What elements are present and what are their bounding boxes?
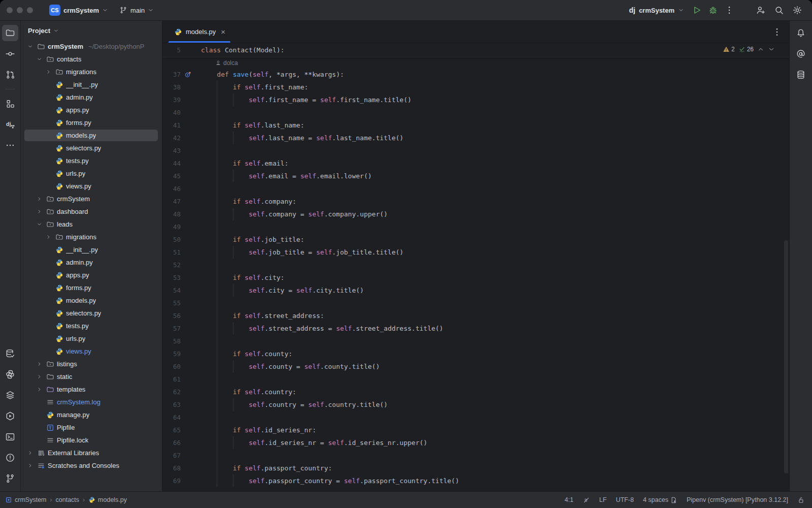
inspections-widget[interactable]: 2 26 (723, 46, 775, 53)
tree-item-init-py[interactable]: __init__.py (21, 243, 162, 256)
maximize-window-button[interactable] (27, 7, 33, 13)
unlocked-padlock-icon[interactable] (797, 496, 805, 504)
tree-item-contacts[interactable]: contacts (21, 53, 162, 66)
ai-assistant-icon[interactable] (793, 46, 809, 62)
editor-options-kebab-icon[interactable] (772, 27, 782, 37)
code-author-inlay[interactable]: dolca (162, 57, 789, 68)
close-window-button[interactable] (7, 7, 13, 13)
indent-widget[interactable]: 4 spaces (643, 496, 678, 504)
sticky-line[interactable]: 5 class Contact(Model): (162, 43, 789, 57)
tree-item-static[interactable]: static (21, 370, 162, 383)
chevron-expanded-icon[interactable] (35, 221, 43, 227)
tree-item-crmsystem-log[interactable]: crmSystem.log (21, 396, 162, 408)
tree-item-apps-py[interactable]: apps.py (21, 269, 162, 281)
line-number: 69 (162, 477, 181, 485)
tree-item-tests-py[interactable]: tests.py (21, 154, 162, 167)
tree-item-models-py[interactable]: models.py (21, 294, 162, 307)
commit-icon[interactable] (2, 46, 18, 62)
tree-item-urls-py[interactable]: urls.py (21, 167, 162, 180)
tab-models-py[interactable]: models.py × (167, 21, 232, 43)
tree-item-manage-py[interactable]: manage.py (21, 408, 162, 421)
breadcrumb-models-py[interactable]: models.py (88, 496, 127, 503)
tree-item-listings[interactable]: listings (21, 358, 162, 370)
editor-scrollbar[interactable] (784, 240, 788, 473)
code-editor[interactable]: 2 26 5 class Contact(Model): dolca 37 de… (162, 43, 789, 491)
tree-item-crmsystem[interactable]: crmSystem~/Desktop/pythonP (21, 40, 162, 53)
tree-item-tests-py[interactable]: tests.py (21, 320, 162, 332)
encoding-widget[interactable]: UTF-8 (616, 496, 633, 503)
layers-icon[interactable] (2, 387, 18, 403)
py-icon (55, 182, 63, 190)
tree-item-crmsystem[interactable]: crmSystem (21, 193, 162, 205)
chevron-collapsed-icon[interactable] (35, 209, 43, 214)
tree-item-forms-py[interactable]: forms.py (21, 281, 162, 294)
tree-item-urls-py[interactable]: urls.py (21, 332, 162, 345)
project-widget[interactable]: CS crmSystem (45, 3, 112, 18)
highlighting-level-icon[interactable] (583, 496, 590, 504)
tree-item-scratches-and-consoles[interactable]: Scratches and Consoles (21, 459, 162, 472)
structure-icon[interactable] (2, 96, 18, 112)
tree-item-init-py[interactable]: __init__.py (21, 78, 162, 91)
chevron-collapsed-icon[interactable] (26, 450, 34, 456)
package-icon (55, 233, 63, 241)
overrides-method-gutter-icon[interactable] (181, 71, 195, 78)
chevron-collapsed-icon[interactable] (35, 374, 43, 379)
tree-item-apps-py[interactable]: apps.py (21, 104, 162, 116)
tree-item-templates[interactable]: templates (21, 383, 162, 396)
line-ending-widget[interactable]: LF (599, 496, 607, 503)
tree-item-selectors-py[interactable]: selectors.py (21, 142, 162, 154)
git-branch-icon[interactable] (2, 470, 18, 487)
project-panel-header[interactable]: Project (21, 21, 162, 40)
tree-item-leads[interactable]: leads (21, 218, 162, 231)
tree-item-dashboard[interactable]: dashboard (21, 205, 162, 218)
more-icon[interactable] (2, 137, 18, 153)
close-tab-icon[interactable]: × (219, 27, 227, 37)
chevron-expanded-icon[interactable] (26, 44, 34, 49)
database-icon[interactable] (793, 67, 809, 83)
tree-item-migrations[interactable]: migrations (21, 66, 162, 78)
problems-icon[interactable] (2, 450, 18, 466)
tree-item-migrations[interactable]: migrations (21, 231, 162, 243)
project-folder-icon[interactable] (2, 25, 18, 41)
gear-icon[interactable] (790, 3, 805, 18)
chevron-collapsed-icon[interactable] (35, 361, 43, 367)
editor-tab-bar: models.py × (162, 21, 789, 43)
tree-item-selectors-py[interactable]: selectors.py (21, 307, 162, 320)
run-configuration-selector[interactable]: dj crmSystem (626, 4, 687, 16)
play-icon[interactable] (689, 3, 704, 18)
breadcrumb-contacts[interactable]: contacts (56, 496, 80, 503)
django-structure-icon[interactable]: dj (2, 116, 18, 133)
minimize-window-button[interactable] (17, 7, 23, 13)
chevron-collapsed-icon[interactable] (44, 234, 52, 240)
tree-item-models-py[interactable]: models.py (21, 129, 162, 142)
previous-problem-icon[interactable] (757, 46, 764, 53)
user-plus-icon[interactable] (753, 3, 768, 18)
chevron-expanded-icon[interactable] (35, 56, 43, 62)
kebab-icon[interactable] (722, 3, 737, 18)
chevron-collapsed-icon[interactable] (26, 463, 34, 468)
caret-position-widget[interactable]: 4:1 (564, 496, 573, 503)
chevron-collapsed-icon[interactable] (35, 387, 43, 392)
tree-item-pipfile-lock[interactable]: Pipfile.lock (21, 434, 162, 447)
bell-icon[interactable] (793, 25, 809, 41)
tree-item-external-libraries[interactable]: External Libraries (21, 447, 162, 459)
database-check-icon[interactable] (2, 345, 18, 362)
tree-item-views-py[interactable]: views.py (21, 180, 162, 193)
hexagon-play-icon[interactable] (2, 408, 18, 424)
breadcrumb-crmsystem[interactable]: crmSystem (5, 496, 47, 503)
python-interpreter-widget[interactable]: Pipenv (crmSystem) [Python 3.12.2] (687, 496, 788, 503)
tree-item-pipfile[interactable]: Pipfile (21, 421, 162, 434)
chevron-collapsed-icon[interactable] (44, 69, 52, 75)
next-problem-icon[interactable] (768, 46, 775, 53)
tree-item-admin-py[interactable]: admin.py (21, 91, 162, 104)
tree-item-admin-py[interactable]: admin.py (21, 256, 162, 269)
chevron-collapsed-icon[interactable] (35, 196, 43, 202)
tree-item-views-py[interactable]: views.py (21, 345, 162, 358)
search-icon[interactable] (771, 3, 787, 18)
pull-requests-icon[interactable] (2, 67, 18, 83)
branch-widget[interactable]: main (115, 4, 158, 16)
tree-item-forms-py[interactable]: forms.py (21, 116, 162, 129)
python-icon[interactable] (2, 366, 18, 383)
terminal-icon[interactable] (2, 429, 18, 445)
debug-icon[interactable] (705, 3, 721, 18)
